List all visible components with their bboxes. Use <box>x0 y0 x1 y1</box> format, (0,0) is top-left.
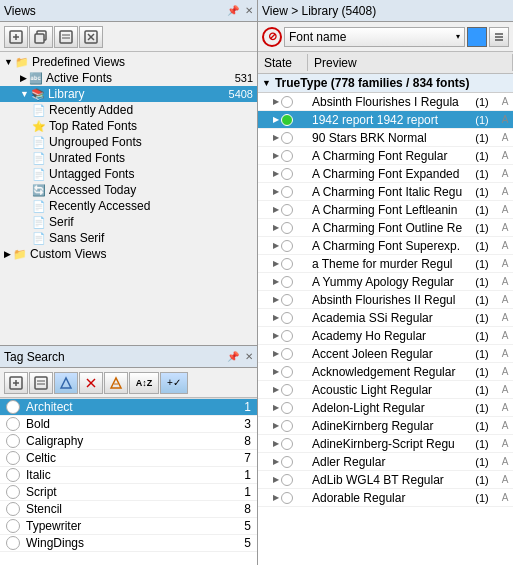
library-icon: 📚 <box>31 88 45 101</box>
tag-count: 1 <box>244 485 251 499</box>
font-row[interactable]: ▶ A Charming Font Outline Re (1) A <box>258 219 513 237</box>
tag-btn-2[interactable] <box>29 372 53 394</box>
font-name: A Charming Font Superexp. <box>308 239 467 253</box>
views-panel-controls: 📌 ✕ <box>227 5 253 16</box>
font-name: A Yummy Apology Regular <box>308 275 467 289</box>
recently-added-label: Recently Added <box>49 103 133 117</box>
font-row[interactable]: ▶ A Yummy Apology Regular (1) A <box>258 273 513 291</box>
font-row[interactable]: ▶ A Charming Font Superexp. (1) A <box>258 237 513 255</box>
state-col: ▶ <box>258 168 308 180</box>
expand-arrow-icon: ▶ <box>273 295 279 304</box>
view-btn-4[interactable] <box>79 26 103 48</box>
tag-btn-5[interactable] <box>104 372 128 394</box>
sidebar-item-active-fonts[interactable]: ▶ 🔤 Active Fonts 531 <box>0 70 257 86</box>
dropdown-arrow-icon: ▾ <box>456 32 460 41</box>
ungrouped-label: Ungrouped Fonts <box>49 135 142 149</box>
sidebar-item-top-rated[interactable]: ⭐ Top Rated Fonts <box>0 118 257 134</box>
serif-icon: 📄 <box>32 216 46 229</box>
font-row[interactable]: ▶ Adler Regular (1) A <box>258 453 513 471</box>
close-icon[interactable]: ✕ <box>245 5 253 16</box>
font-row[interactable]: ▶ AdineKirnberg Regular (1) A <box>258 417 513 435</box>
close-icon[interactable]: ✕ <box>245 351 253 362</box>
tag-btn-add[interactable]: +✓ <box>160 372 188 394</box>
color-picker[interactable] <box>467 27 487 47</box>
sidebar-item-library[interactable]: ▼ 📚 Library 5408 <box>0 86 257 102</box>
accessed-today-icon: 🔄 <box>32 184 46 197</box>
font-count: (1) <box>467 438 497 450</box>
tag-item[interactable]: Celtic 7 <box>0 450 257 467</box>
tag-item[interactable]: WingDings 5 <box>0 535 257 552</box>
tag-item[interactable]: Architect 1 <box>0 399 257 416</box>
sidebar-item-serif[interactable]: 📄 Serif <box>0 214 257 230</box>
sidebar-item-accessed-today[interactable]: 🔄 Accessed Today <box>0 182 257 198</box>
font-row[interactable]: ▶ Acknowledgement Regular (1) A <box>258 363 513 381</box>
tag-btn-4[interactable] <box>79 372 103 394</box>
pin-icon: 📌 <box>227 351 239 362</box>
col-header-state[interactable]: State <box>258 54 308 71</box>
tag-label: WingDings <box>26 536 84 550</box>
view-btn-3[interactable] <box>54 26 78 48</box>
font-row[interactable]: ▶ AdineKirnberg-Script Regu (1) A <box>258 435 513 453</box>
font-count: (1) <box>467 258 497 270</box>
sidebar-item-unrated[interactable]: 📄 Unrated Fonts <box>0 150 257 166</box>
font-row[interactable]: ▶ Academia SSi Regular (1) A <box>258 309 513 327</box>
predefined-views-group[interactable]: ▼ 📁 Predefined Views <box>0 54 257 70</box>
sidebar-item-recently-added[interactable]: 📄 Recently Added <box>0 102 257 118</box>
sidebar-item-ungrouped[interactable]: 📄 Ungrouped Fonts <box>0 134 257 150</box>
font-count: (1) <box>467 348 497 360</box>
font-row[interactable]: ▶ A Charming Font Leftleanin (1) A <box>258 201 513 219</box>
tag-circle <box>6 502 20 516</box>
state-circle <box>281 132 293 144</box>
font-row[interactable]: ▶ Absinth Flourishes I Regula (1) A <box>258 93 513 111</box>
tag-btn-3[interactable] <box>54 372 78 394</box>
font-row[interactable]: ▶ Accent Joleen Regular (1) A <box>258 345 513 363</box>
tag-item[interactable]: Bold 3 <box>0 416 257 433</box>
tag-label: Italic <box>26 468 51 482</box>
sidebar-item-recently-accessed[interactable]: 📄 Recently Accessed <box>0 198 257 214</box>
view-btn-1[interactable] <box>4 26 28 48</box>
tag-item[interactable]: Typewriter 5 <box>0 518 257 535</box>
tag-item[interactable]: Caligraphy 8 <box>0 433 257 450</box>
expand-arrow-icon: ▶ <box>273 277 279 286</box>
font-preview: A <box>497 312 513 323</box>
font-preview: A <box>497 204 513 215</box>
font-count: (1) <box>467 114 497 126</box>
font-row[interactable]: ▶ Adorable Regular (1) A <box>258 489 513 507</box>
view-btn-2[interactable] <box>29 26 53 48</box>
sidebar-item-sans-serif[interactable]: 📄 Sans Serif <box>0 230 257 246</box>
right-toolbar-btn[interactable] <box>489 27 509 47</box>
tag-count: 7 <box>244 451 251 465</box>
font-preview: A <box>497 222 513 233</box>
font-row[interactable]: ▶ a Theme for murder Regul (1) A <box>258 255 513 273</box>
font-row[interactable]: ▶ A Charming Font Italic Regu (1) A <box>258 183 513 201</box>
sidebar-item-untagged[interactable]: 📄 Untagged Fonts <box>0 166 257 182</box>
font-row[interactable]: ▶ Adelon-Light Regular (1) A <box>258 399 513 417</box>
recently-added-icon: 📄 <box>32 104 46 117</box>
font-row[interactable]: ▶ Academy Ho Regular (1) A <box>258 327 513 345</box>
tag-btn-sort[interactable]: A↕Z <box>129 372 159 394</box>
tag-item[interactable]: Italic 1 <box>0 467 257 484</box>
state-circle <box>281 456 293 468</box>
tag-item[interactable]: Stencil 8 <box>0 501 257 518</box>
state-col: ▶ <box>258 366 308 378</box>
font-row[interactable]: ▶ A Charming Font Regular (1) A <box>258 147 513 165</box>
tag-search-header: Tag Search 📌 ✕ <box>0 346 257 368</box>
state-circle <box>281 222 293 234</box>
font-row[interactable]: ▶ 90 Stars BRK Normal (1) A <box>258 129 513 147</box>
tag-circle <box>6 485 20 499</box>
font-count: (1) <box>467 474 497 486</box>
sidebar-item-custom-views[interactable]: ▶ 📁 Custom Views <box>0 246 257 262</box>
col-header-preview[interactable]: Preview <box>308 54 513 71</box>
tag-item[interactable]: Script 1 <box>0 484 257 501</box>
font-row[interactable]: ▶ Absinth Flourishes II Regul (1) A <box>258 291 513 309</box>
font-row[interactable]: ▶ Acoustic Light Regular (1) A <box>258 381 513 399</box>
state-col: ▶ <box>258 186 308 198</box>
font-row[interactable]: ▶ 1942 report 1942 report (1) A <box>258 111 513 129</box>
expand-arrow-icon: ▶ <box>273 97 279 106</box>
font-name-dropdown[interactable]: Font name ▾ <box>284 27 465 47</box>
font-row[interactable]: ▶ AdLib WGL4 BT Regular (1) A <box>258 471 513 489</box>
expand-icon: ▼ <box>262 78 271 88</box>
custom-views-icon: 📁 <box>13 248 27 261</box>
font-row[interactable]: ▶ A Charming Font Expanded (1) A <box>258 165 513 183</box>
tag-btn-1[interactable] <box>4 372 28 394</box>
